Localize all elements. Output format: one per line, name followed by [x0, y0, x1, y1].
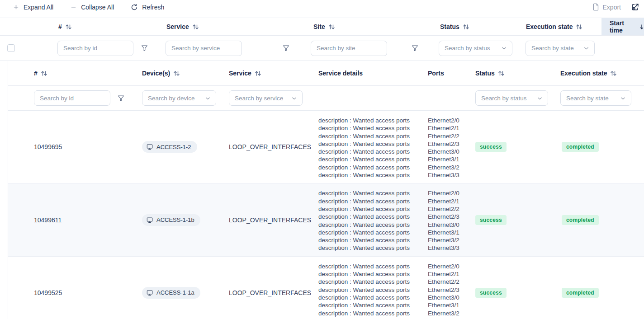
inner-header-status[interactable]: Status: [475, 70, 560, 77]
details-line: description : Wanted access ports: [318, 124, 428, 132]
outer-service-filter-input[interactable]: [166, 41, 242, 56]
outer-header-start-time-label: Start time: [610, 19, 636, 34]
device-chip[interactable]: ACCESS-1-2: [142, 141, 197, 153]
ports-line: Ethernet3/0: [428, 294, 475, 301]
sort-arrows-icon: [576, 24, 582, 30]
sort-arrows-icon: [65, 24, 72, 30]
details-line: description : Wanted access ports: [318, 263, 428, 270]
ports-line: Ethernet2/1: [428, 270, 475, 278]
service-details-cell: description : Wanted access portsdescrip…: [318, 111, 428, 183]
chevron-down-icon: [501, 45, 507, 51]
outer-header-status[interactable]: Status: [432, 18, 519, 35]
inner-header-execution-state[interactable]: Execution state: [560, 70, 644, 77]
details-line: description : Wanted access ports: [318, 270, 428, 278]
details-line: description : Wanted access ports: [318, 148, 428, 155]
device-chip[interactable]: ACCESS-1-1a: [142, 287, 200, 299]
funnel-icon[interactable]: [282, 44, 290, 52]
export-button[interactable]: Export: [592, 3, 621, 11]
inner-service-filter-select[interactable]: Search by service: [229, 90, 303, 106]
monitor-icon: [146, 216, 153, 224]
details-line: description : Wanted access ports: [318, 117, 428, 124]
details-line: description : Wanted access ports: [318, 317, 428, 319]
select-all-checkbox[interactable]: [7, 44, 15, 52]
inner-status-filter-select[interactable]: Search by status: [475, 90, 548, 106]
toolbar: Expand All Collapse All Refresh Export: [0, 0, 644, 18]
device-name: ACCESS-1-1a: [156, 289, 194, 296]
details-line: description : Wanted access ports: [318, 278, 428, 286]
ports-line: Ethernet2/1: [428, 124, 475, 132]
inner-header-id-label: #: [34, 70, 38, 77]
status-badge: success: [475, 215, 507, 225]
monitor-icon: [146, 143, 153, 150]
chevron-down-icon: [620, 95, 626, 101]
row-service-cell: LOOP_OVER_INTERFACES: [229, 257, 318, 319]
inner-device-filter-select[interactable]: Search by device: [142, 90, 216, 106]
expand-all-button[interactable]: Expand All: [13, 4, 53, 11]
inner-header-execution-state-label: Execution state: [560, 70, 607, 77]
device-chip[interactable]: ACCESS-1-1b: [142, 214, 200, 226]
ports-line: Ethernet3/2: [428, 164, 475, 171]
details-line: description : Wanted access ports: [318, 294, 428, 301]
row-execution-state-cell: completed: [560, 111, 644, 183]
outer-header-execution-state[interactable]: Execution state: [519, 18, 601, 35]
outer-state-filter-select[interactable]: Search by state: [526, 41, 595, 56]
outer-site-filter-input[interactable]: [311, 41, 387, 56]
inner-header-service-details: Service details: [318, 70, 428, 77]
ports-line: Ethernet2/1: [428, 197, 475, 205]
inner-header-service-label: Service: [229, 70, 251, 77]
service-name: LOOP_OVER_INTERFACES: [229, 216, 311, 224]
inner-header-ports: Ports: [428, 70, 475, 77]
inner-header-ports-label: Ports: [428, 70, 444, 77]
device-name: ACCESS-1-1b: [156, 216, 194, 223]
ports-line: Ethernet3/1: [428, 229, 475, 236]
ports-line: Ethernet2/2: [428, 132, 475, 140]
sort-arrows-icon: [255, 70, 261, 76]
outer-status-filter-select[interactable]: Search by status: [439, 41, 512, 56]
details-line: description : Wanted access ports: [318, 310, 428, 317]
ports-line: Ethernet2/3: [428, 213, 475, 220]
row-device-cell: ACCESS-1-2: [142, 111, 229, 183]
inner-id-filter-input[interactable]: [34, 90, 110, 106]
fullscreen-button[interactable]: [631, 3, 639, 11]
outer-header-service[interactable]: Service: [158, 18, 303, 35]
refresh-button[interactable]: Refresh: [131, 4, 164, 11]
service-details-cell: description : Wanted access portsdescrip…: [318, 257, 428, 319]
funnel-icon[interactable]: [141, 44, 148, 52]
details-line: description : Wanted access ports: [318, 197, 428, 205]
chevron-down-icon: [205, 95, 211, 101]
details-line: description : Wanted access ports: [318, 286, 428, 294]
outer-header-id-label: #: [58, 23, 62, 30]
execution-state-badge: completed: [562, 142, 599, 152]
ports-line: Ethernet2/0: [428, 189, 475, 197]
row-status-cell: success: [475, 257, 560, 319]
ports-line: Ethernet2/2: [428, 278, 475, 286]
sort-arrows-icon: [41, 70, 47, 76]
outer-header-start-time[interactable]: Start time: [601, 18, 644, 35]
outer-status-filter-placeholder: Search by status: [445, 45, 490, 52]
inner-header-service[interactable]: Service: [229, 70, 318, 77]
refresh-icon: [131, 4, 138, 11]
row-id-cell: 10499611: [8, 183, 142, 256]
plus-icon: [13, 4, 19, 10]
details-line: description : Wanted access ports: [318, 229, 428, 236]
sort-arrows-icon: [328, 24, 335, 30]
inner-header-id[interactable]: #: [8, 70, 142, 77]
ports-line: Ethernet2/2: [428, 205, 475, 213]
select-all-column-header: [0, 18, 50, 35]
outer-id-filter-input[interactable]: [57, 41, 133, 56]
inner-header-devices[interactable]: Device(s): [142, 70, 229, 77]
status-badge: success: [475, 142, 507, 152]
minus-icon: [70, 4, 77, 10]
inner-state-filter-select[interactable]: Search by state: [560, 90, 631, 106]
outer-header-id[interactable]: #: [50, 18, 158, 35]
ports-line: Ethernet3/2: [428, 236, 475, 244]
ports-line: Ethernet3/1: [428, 155, 475, 163]
sort-arrows-icon: [192, 24, 199, 30]
execution-state-badge: completed: [562, 288, 599, 298]
funnel-icon[interactable]: [117, 94, 125, 102]
sort-arrows-icon: [463, 24, 469, 30]
funnel-icon[interactable]: [411, 44, 419, 52]
ports-cell: Ethernet2/0Ethernet2/1Ethernet2/2Etherne…: [428, 111, 475, 183]
collapse-all-button[interactable]: Collapse All: [70, 4, 114, 11]
outer-header-site[interactable]: Site: [303, 18, 432, 35]
